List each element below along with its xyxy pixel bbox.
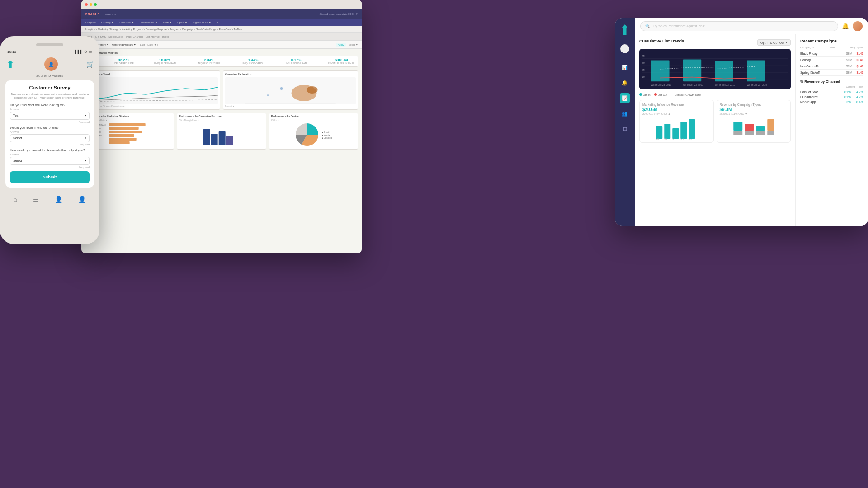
svg-text:Wk of Dec 23, 2019: Wk of Dec 23, 2019: [651, 84, 671, 86]
kpi-delivered: 92.27% DELIVERED RATE: [114, 58, 134, 65]
campaign-purpose-chart: Performance by Campaign Purpose Click Th…: [177, 113, 266, 150]
sidebar-analytics-icon[interactable]: 📊: [620, 62, 630, 72]
search-icon: 🔍: [645, 24, 650, 28]
listarchive-tab[interactable]: List Archive: [146, 35, 160, 38]
charts-row-2: Performance by Marketing Strategy Click …: [85, 113, 358, 150]
signal-icon: ▌▌▌: [75, 50, 83, 54]
svg-text:2M: 2M: [642, 69, 645, 71]
sidebar-chart-icon[interactable]: 📈: [620, 93, 630, 103]
campaign-revenue-metric: Revenue by Campaign Types $9.3M 2020 Q1 …: [717, 100, 791, 143]
svg-text:Wk of Dec 23, 2019: Wk of Dec 23, 2019: [715, 84, 735, 86]
q2-required: Required: [10, 143, 90, 146]
nav-dashboards[interactable]: Dashboards ▼: [140, 21, 158, 24]
filter-program[interactable]: Marketing Program ▼: [112, 43, 136, 46]
grouped-bar-area: [179, 122, 264, 147]
close-window-icon[interactable]: [85, 3, 88, 6]
table-row: Holiday $8M $141: [800, 57, 863, 63]
q1-required: Required: [10, 121, 90, 123]
phone-brand: Supremo Fitness: [5, 74, 94, 78]
recent-campaigns: Recent Campaigns Campaigns Size Avg. Spe…: [800, 39, 863, 76]
revenue-bar-chart: Q3 Q3 Q4 Q4 Q1: [642, 117, 711, 140]
maximize-window-icon[interactable]: [94, 3, 97, 6]
trend-chart: Wk of Dec 23, 2019 Wk of Dec 23, 2019 Wk…: [639, 49, 791, 89]
purpose-subtitle: Click Through Rate ▼: [179, 119, 264, 122]
svg-text:3M: 3M: [642, 62, 645, 64]
chevron-down-icon: ▾: [85, 136, 86, 140]
nav-favorites[interactable]: Favorites ▼: [119, 21, 134, 24]
nav-open[interactable]: Open ▼: [177, 21, 187, 24]
menu-icon[interactable]: ☰: [33, 196, 39, 203]
user-avatar[interactable]: [853, 21, 863, 31]
svg-text:Wk of Dec 23, 2019: Wk of Dec 23, 2019: [747, 84, 767, 86]
tablet-topbar-icons: 🔔: [842, 21, 863, 31]
campaign-type-chart: [720, 117, 788, 140]
performance-trend-chart: Performance Trend Sent (Opens) vs Clicks…: [85, 70, 220, 110]
svg-text:Q4: Q4: [672, 137, 675, 140]
kpi-convert: 1.44% UNIQUE CONVERS...: [242, 58, 264, 65]
tablet-main: 🔍 Try 'Sales Performance Against Plan' 🔔…: [635, 18, 868, 226]
svg-rect-7: [109, 127, 139, 130]
svg-rect-16: [203, 129, 210, 145]
chevron-down-icon: ▾: [85, 114, 86, 117]
phone-status-bar: 10:13 ▌▌▌ ⊙ ▭: [5, 50, 94, 54]
sidebar-bell-icon[interactable]: 🔔: [620, 78, 630, 88]
back-button[interactable]: ←: [620, 44, 629, 53]
nav-help[interactable]: ?: [217, 21, 218, 24]
profile-icon[interactable]: 👤: [55, 196, 62, 203]
topbar-user: Signed in as: associate@001 ▼: [320, 13, 358, 15]
reset-btn[interactable]: Reset ▼: [349, 43, 358, 46]
q3-label: Answer: [10, 153, 90, 156]
mobile-tab[interactable]: Mobile Apps: [108, 35, 123, 38]
table-row: Spring Kickoff $8M $141: [800, 70, 863, 76]
sidebar-grid-icon[interactable]: ⊞: [620, 124, 630, 134]
svg-point-2: [280, 87, 283, 90]
horiz-bar-area: HOMEPAGE BRND PROD TRANS: [87, 122, 172, 147]
opt-in-dropdown[interactable]: Opt-In & Opt-Out ▾: [757, 39, 791, 46]
integr-tab[interactable]: Integr: [162, 35, 169, 38]
svg-rect-10: [109, 138, 137, 141]
nav-signed-in: Signed in as ▼: [193, 21, 211, 24]
q1-select[interactable]: Yes ▾: [10, 112, 90, 120]
nav-catalog[interactable]: Catalog ▼: [101, 21, 114, 24]
cart-icon[interactable]: 🛒: [86, 61, 94, 68]
svg-rect-9: [109, 134, 134, 137]
phone-bottom-nav: ⌂ ☰ 👤 👤: [5, 192, 94, 203]
active-nav-icon[interactable]: 👤: [78, 196, 86, 203]
pct-row: Mobile App 3% 8.4%: [800, 99, 863, 104]
avatar: 👤: [44, 57, 58, 71]
home-icon[interactable]: ⌂: [14, 196, 17, 203]
campaign-exploration-chart: Campaign Exploration Dataset ▼: [223, 70, 358, 110]
brand-logo-icon: [5, 59, 15, 69]
survey-subtitle: Take our survey about your purchasing ex…: [10, 92, 90, 100]
svg-rect-48: [733, 122, 742, 131]
svg-rect-51: [745, 131, 754, 135]
chevron-down-icon: ▾: [85, 159, 86, 163]
oracle-logo: ORACLE: [85, 13, 100, 16]
kpi-click: 2.84% UNIQUE CLICK-THRU...: [197, 58, 222, 65]
apply-btn[interactable]: Apply: [336, 43, 346, 47]
nav-analytics[interactable]: Analytics: [85, 21, 96, 24]
svg-text:4M: 4M: [642, 55, 645, 57]
submit-button[interactable]: Submit: [10, 171, 90, 183]
tablet-sidebar: ← 📊 🔔 📈 👥 ⊞: [615, 18, 635, 226]
pie-chart-area: ■ Email ■ Mobile ■ Desktop: [271, 122, 356, 147]
notification-icon[interactable]: 🔔: [842, 23, 849, 29]
sms-tab[interactable]: S & SMS: [95, 35, 106, 38]
search-input[interactable]: 🔍 Try 'Sales Performance Against Plan': [640, 21, 838, 31]
sidebar-users-icon[interactable]: 👥: [620, 108, 630, 118]
pct-row: Point of Sale 81% 4.2%: [800, 89, 863, 94]
filter-other[interactable]: | Last 7 Days ▼ |: [139, 43, 158, 46]
q2-select[interactable]: Select ▾: [10, 134, 90, 142]
q3-select[interactable]: Select ▾: [10, 157, 90, 165]
trend-area: [87, 77, 218, 104]
nav-new[interactable]: New ▼: [163, 21, 172, 24]
svg-text:1M: 1M: [642, 76, 645, 79]
pct-revenue-section: % Revenue by Channel Current YoY Point o…: [800, 80, 863, 104]
svg-rect-50: [745, 124, 754, 131]
tablet-topbar: 🔍 Try 'Sales Performance Against Plan' 🔔: [635, 18, 868, 34]
rc-table-header: Campaigns Size Avg. Spent: [800, 46, 863, 49]
multichannel-tab[interactable]: Multi-Channel: [126, 35, 143, 38]
minimize-window-icon[interactable]: [90, 3, 92, 6]
kpi-unsub: 0.17% UNSUBSCRIBE RATE: [285, 58, 307, 65]
svg-point-3: [267, 94, 269, 96]
